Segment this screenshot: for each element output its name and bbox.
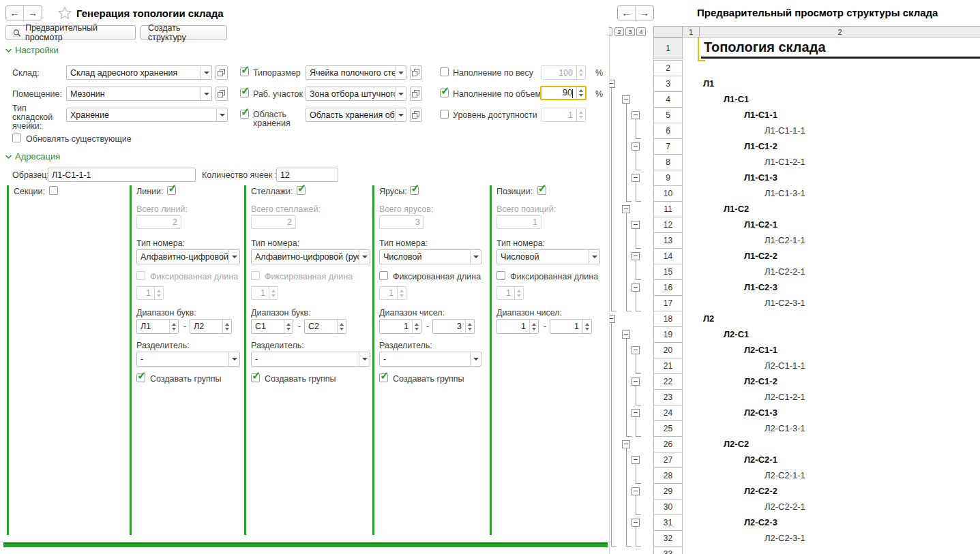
cell-type-field[interactable]: Хранение — [66, 108, 228, 122]
sheet-row-number[interactable]: 14 — [653, 248, 683, 264]
favorite-star-icon[interactable] — [58, 6, 72, 20]
sheet-cell-text[interactable]: Л1-С1-2-1 — [764, 157, 805, 167]
number-type-dropdown[interactable]: Числовой — [379, 249, 481, 264]
sheet-row-number[interactable]: 2 — [653, 60, 683, 76]
total-field[interactable]: 2 — [251, 215, 296, 229]
column-header-1[interactable]: 1 — [682, 26, 700, 37]
fixed-length-field[interactable]: 1 — [136, 286, 164, 300]
cell-count-field[interactable]: 12 — [276, 168, 338, 182]
range-to-field[interactable]: Л2 — [190, 319, 232, 334]
fixed-length-field[interactable]: 1 — [496, 286, 524, 300]
sheet-title-cell[interactable]: Топология склада — [704, 40, 826, 55]
section-settings[interactable]: Настройки — [5, 45, 59, 55]
sheet-row-number[interactable]: 11 — [653, 201, 683, 217]
fixed-length-field[interactable]: 1 — [251, 286, 278, 300]
tiporazmer-checkbox[interactable] — [240, 67, 249, 76]
fixed-length-checkbox[interactable] — [379, 271, 388, 280]
sheet-cell-text[interactable]: Л1-С2-2 — [744, 251, 777, 261]
fixed-length-checkbox[interactable] — [136, 271, 145, 280]
sheet-cell-text[interactable]: Л1-С1 — [724, 94, 749, 104]
sheet-row-number[interactable]: 5 — [653, 107, 683, 123]
sheet-row-number[interactable]: 25 — [653, 420, 683, 437]
preview-button[interactable]: Предварительный просмотр — [5, 25, 136, 40]
fixed-length-checkbox[interactable] — [251, 271, 260, 280]
create-groups-checkbox[interactable] — [379, 373, 388, 382]
sheet-cell-text[interactable]: Л1-С1-1 — [744, 110, 777, 120]
back-button[interactable]: ← — [6, 6, 24, 20]
sheet-row-number[interactable]: 18 — [653, 311, 683, 327]
sheet-cell-text[interactable]: Л2-С1-3 — [744, 407, 777, 418]
column-header-2[interactable]: 2 — [699, 26, 980, 37]
sheet-cell-text[interactable]: Л1 — [703, 78, 714, 89]
rab-uchastok-field[interactable]: Зона отбора штучного тов — [306, 87, 406, 101]
create-structure-button[interactable]: Создать структуру — [140, 25, 227, 40]
tiporazmer-field[interactable]: Ячейка полочного стелла — [306, 65, 406, 80]
sheet-cell-text[interactable]: Л1-С2-2-1 — [764, 266, 805, 277]
sheet-cell-text[interactable]: Л2-С2-2-1 — [764, 502, 805, 512]
sheet-row-number[interactable]: 28 — [653, 467, 683, 484]
fill-volume-spinner[interactable] — [576, 87, 585, 99]
addr-col-checkbox[interactable] — [537, 186, 546, 195]
cell-type-dropdown-arrow[interactable] — [216, 108, 227, 121]
sheet-row-number[interactable]: 24 — [653, 405, 683, 421]
sheet-row-number[interactable]: 9 — [653, 170, 683, 186]
sheet-row-number[interactable]: 8 — [653, 154, 683, 170]
sheet-row-number[interactable]: 20 — [653, 342, 683, 358]
addr-col-checkbox[interactable] — [410, 186, 419, 195]
sheet-row-number[interactable]: 4 — [653, 91, 683, 108]
sheet-cell-text[interactable]: Л2-С2 — [724, 439, 749, 449]
access-level-spinner[interactable] — [576, 108, 585, 121]
addr-col-checkbox[interactable] — [167, 186, 176, 195]
range-to-field[interactable]: С2 — [304, 319, 346, 334]
range-from-field[interactable]: 1 — [496, 319, 539, 334]
sheet-row-number[interactable]: 6 — [653, 123, 683, 139]
sheet-row-number[interactable]: 15 — [653, 264, 683, 280]
sklad-field[interactable]: Склад адресного хранения — [66, 65, 212, 80]
total-field[interactable]: 2 — [136, 215, 181, 229]
sheet-row-number[interactable]: 22 — [653, 373, 683, 390]
pomeshenie-field[interactable]: Мезонин — [66, 87, 212, 101]
oblast-open-button[interactable] — [410, 108, 422, 122]
sklad-open-button[interactable] — [216, 65, 228, 80]
pomeshenie-open-button[interactable] — [216, 87, 228, 101]
sheet-cell-text[interactable]: Л2-С1-2 — [744, 376, 777, 386]
tiporazmer-open-button[interactable] — [410, 65, 422, 80]
number-type-dropdown[interactable]: Алфавитно-цифровой (рус. — [251, 249, 370, 264]
tiporazmer-dropdown-arrow[interactable] — [395, 66, 406, 79]
sheet-row-number[interactable]: 7 — [653, 138, 683, 155]
oblast-checkbox[interactable] — [240, 110, 249, 119]
sheet-cell-text[interactable]: Л2-С1-2-1 — [764, 392, 805, 402]
access-level-checkbox[interactable] — [440, 110, 449, 119]
range-from-field[interactable]: Л1 — [136, 319, 179, 334]
number-type-dropdown[interactable]: Алфавитно-цифровой (р — [136, 249, 240, 264]
fixed-length-checkbox[interactable] — [496, 271, 505, 280]
range-from-field[interactable]: 1 — [379, 319, 421, 334]
sheet-row-number[interactable]: 1 — [653, 37, 683, 59]
sheet-cell-text[interactable]: Л2-С2-2 — [744, 486, 777, 496]
group-level-button-4[interactable]: 4 — [636, 27, 646, 36]
addr-col-checkbox[interactable] — [49, 186, 58, 195]
sheet-row-number[interactable]: 32 — [653, 530, 683, 547]
group-level-button-2[interactable]: 2 — [614, 27, 624, 36]
preview-back-button[interactable]: ← — [618, 6, 636, 20]
total-field[interactable]: 3 — [379, 215, 424, 229]
row-header-corner[interactable] — [653, 26, 683, 37]
fill-weight-checkbox[interactable] — [440, 67, 449, 76]
sheet-row-number[interactable]: 16 — [653, 279, 683, 296]
section-addressing[interactable]: Адресация — [5, 151, 60, 161]
sheet-cell-text[interactable]: Л2-С1-1 — [744, 345, 777, 355]
pomeshenie-dropdown-arrow[interactable] — [201, 87, 211, 100]
sheet-row-number[interactable]: 10 — [653, 185, 683, 202]
sheet-row-number[interactable]: 21 — [653, 358, 683, 374]
sheet-row-number[interactable]: 12 — [653, 217, 683, 233]
access-level-field[interactable]: 1 — [541, 108, 586, 122]
sheet-cell-text[interactable]: Л2-С2-1-1 — [764, 470, 805, 480]
update-existing-checkbox[interactable] — [12, 134, 21, 142]
group-level-button-3[interactable]: 3 — [625, 27, 635, 36]
fill-volume-checkbox[interactable] — [440, 89, 449, 97]
sheet-cell-text[interactable]: Л2-С2-3-1 — [764, 533, 805, 543]
sheet-cell-text[interactable]: Л2-С2-1 — [744, 455, 777, 465]
sheet-row-number[interactable]: 31 — [653, 514, 683, 531]
sheet-cell-text[interactable]: Л1-С2-3-1 — [764, 298, 805, 308]
sheet-row-number[interactable]: 3 — [653, 76, 683, 92]
